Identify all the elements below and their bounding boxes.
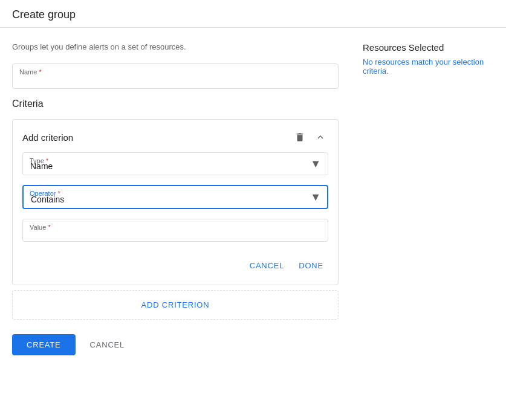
resources-empty-message: No resources match your selection criter… — [363, 57, 494, 76]
collapse-criterion-button[interactable] — [313, 129, 328, 145]
name-input[interactable] — [12, 63, 339, 89]
description-text: Groups let you define alerts on a set of… — [12, 42, 339, 51]
value-input[interactable] — [22, 219, 328, 242]
add-criterion-button[interactable]: ADD CRITERION — [12, 290, 339, 320]
criteria-section-title: Criteria — [12, 99, 339, 109]
criterion-card: Add criterion — [12, 119, 339, 285]
done-criterion-button[interactable]: DONE — [294, 256, 328, 275]
chevron-up-icon — [315, 132, 326, 143]
criteria-card-body: Type * Name Tag Project Region Zone ▼ — [13, 152, 338, 285]
left-panel: Groups let you define alerts on a set of… — [12, 42, 339, 320]
right-panel: Resources Selected No resources match yo… — [363, 42, 494, 320]
cancel-button[interactable]: CANCEL — [80, 334, 135, 355]
page-title: Create group — [12, 8, 76, 21]
criteria-card-header: Add criterion — [13, 120, 338, 152]
page-header: Create group — [0, 0, 506, 28]
main-content: Groups let you define alerts on a set of… — [0, 28, 506, 320]
page-footer: CREATE CANCEL — [0, 320, 506, 370]
create-button[interactable]: CREATE — [12, 334, 76, 355]
name-field-wrapper: Name * — [12, 63, 339, 89]
delete-criterion-button[interactable] — [292, 129, 308, 145]
value-field-wrapper: Value * — [22, 219, 328, 242]
operator-select[interactable]: Contains Equals Not equals Not contains … — [22, 185, 328, 209]
criteria-card-actions — [292, 129, 328, 145]
resources-title: Resources Selected — [363, 42, 494, 53]
criterion-card-title: Add criterion — [22, 132, 73, 143]
name-field-label: Name * — [19, 68, 42, 76]
criteria-section: Criteria Add criterion — [12, 99, 339, 320]
name-required-star: * — [39, 68, 41, 76]
trash-icon — [294, 132, 305, 143]
type-field-wrapper: Type * Name Tag Project Region Zone ▼ — [22, 152, 328, 175]
criteria-footer: CANCEL DONE — [22, 251, 328, 275]
operator-field-wrapper: Operator * Contains Equals Not equals No… — [22, 185, 328, 209]
cancel-criterion-button[interactable]: CANCEL — [245, 256, 290, 275]
type-select[interactable]: Name Tag Project Region Zone — [22, 152, 328, 175]
